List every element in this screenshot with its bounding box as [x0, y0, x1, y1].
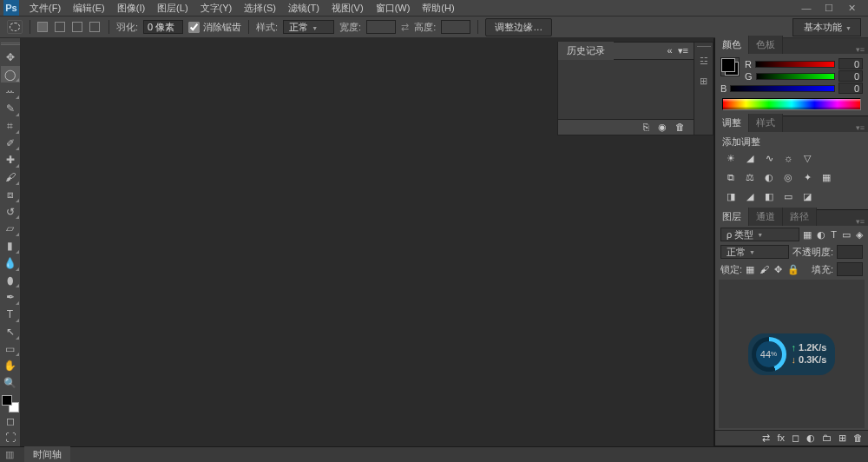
g-slider[interactable]: [756, 73, 835, 80]
minimize-button[interactable]: —: [800, 3, 812, 14]
menu-type[interactable]: 文字(Y): [195, 0, 238, 16]
history-list[interactable]: [558, 60, 694, 119]
menu-edit[interactable]: 编辑(E): [68, 0, 110, 16]
blur-tool[interactable]: 💧: [1, 254, 20, 272]
canvas-area[interactable]: 历史记录 « ▾≡ ⎘ ◉ 🗑 ☳ ⊞: [21, 38, 714, 446]
posterize-icon[interactable]: ◢: [743, 190, 757, 202]
move-tool[interactable]: ✥: [1, 49, 20, 66]
menu-filter[interactable]: 滤镜(T): [283, 0, 325, 16]
brightness-icon[interactable]: ☀: [724, 152, 738, 164]
r-slider[interactable]: [755, 61, 835, 68]
refine-edge-button[interactable]: 调整边缘…: [485, 18, 552, 36]
blend-mode-select[interactable]: 正常: [720, 245, 789, 259]
panel-menu-icon[interactable]: ▾≡: [678, 45, 688, 56]
adjustment-layer-icon[interactable]: ◐: [806, 432, 815, 444]
invert-icon[interactable]: ◨: [724, 190, 738, 202]
panel-grip[interactable]: [1, 42, 20, 47]
paths-tab[interactable]: 路径: [783, 208, 817, 226]
close-button[interactable]: ✕: [845, 3, 858, 14]
new-layer-icon[interactable]: ⊞: [838, 432, 846, 444]
channels-tab[interactable]: 通道: [749, 208, 783, 226]
filter-adjust-icon[interactable]: ◐: [817, 229, 825, 241]
mini-bridge-icon[interactable]: ▥: [5, 449, 19, 460]
hand-tool[interactable]: ✋: [1, 357, 20, 374]
filter-pixel-icon[interactable]: ▦: [803, 229, 812, 241]
photo-filter-icon[interactable]: ◎: [781, 171, 795, 183]
menu-layer[interactable]: 图层(L): [152, 0, 193, 16]
b-slider[interactable]: [730, 85, 835, 92]
lock-position-icon[interactable]: ✥: [774, 264, 782, 275]
crop-tool[interactable]: ⌗: [1, 117, 20, 135]
filter-shape-icon[interactable]: ▭: [842, 229, 851, 241]
type-tool[interactable]: T: [1, 306, 20, 323]
layers-tab[interactable]: 图层: [715, 208, 749, 226]
exposure-icon[interactable]: ☼: [781, 152, 795, 164]
color-tab[interactable]: 颜色: [715, 36, 749, 54]
fill-input[interactable]: [837, 262, 863, 276]
pen-tool[interactable]: ✒: [1, 288, 20, 306]
color-swatches[interactable]: [2, 395, 19, 412]
opacity-input[interactable]: [837, 245, 863, 259]
shape-tool[interactable]: ▭: [1, 340, 20, 358]
history-brush-tool[interactable]: ↺: [1, 203, 20, 221]
marquee-tool[interactable]: ◯: [1, 66, 20, 83]
selective-color-icon[interactable]: ◪: [800, 190, 814, 202]
b-value[interactable]: 0: [838, 82, 863, 94]
selection-new-icon[interactable]: [37, 22, 48, 32]
dock-icon-1[interactable]: ☳: [700, 56, 708, 67]
timeline-tab[interactable]: 时间轴: [24, 446, 70, 462]
panel-menu-icon[interactable]: ▾≡: [852, 123, 868, 132]
layer-fx-icon[interactable]: fx: [777, 432, 785, 444]
history-snapshot-icon[interactable]: ◉: [658, 122, 667, 133]
link-layers-icon[interactable]: ⇄: [762, 432, 770, 444]
group-icon[interactable]: 🗀: [822, 432, 832, 444]
lock-pixels-icon[interactable]: 🖌: [760, 264, 769, 275]
panel-menu-icon[interactable]: ▾≡: [852, 217, 868, 226]
gradient-tool[interactable]: ▮: [1, 237, 20, 254]
lock-all-icon[interactable]: 🔒: [787, 264, 799, 275]
quick-select-tool[interactable]: ✎: [1, 100, 20, 117]
swatches-tab[interactable]: 色板: [749, 36, 783, 54]
healing-tool[interactable]: ✚: [1, 151, 20, 168]
g-value[interactable]: 0: [838, 70, 863, 82]
quickmask-toggle[interactable]: ◻: [1, 412, 20, 430]
stamp-tool[interactable]: ⧈: [1, 186, 20, 203]
threshold-icon[interactable]: ◧: [762, 190, 776, 202]
adjust-tab[interactable]: 调整: [715, 114, 749, 132]
selection-add-icon[interactable]: [55, 22, 65, 32]
zoom-tool[interactable]: 🔍: [1, 374, 20, 392]
workspace-switcher[interactable]: 基本功能: [792, 18, 861, 36]
lut-icon[interactable]: ▦: [819, 171, 833, 183]
vibrance-icon[interactable]: ▽: [800, 152, 814, 164]
net-speed-widget[interactable]: 44% ↑ 1.2K/s ↓ 0.3K/s: [748, 333, 836, 375]
gradient-map-icon[interactable]: ▭: [781, 190, 795, 202]
menu-image[interactable]: 图像(I): [112, 0, 150, 16]
menu-window[interactable]: 窗口(W): [371, 0, 416, 16]
layers-list[interactable]: 44% ↑ 1.2K/s ↓ 0.3K/s: [719, 280, 865, 428]
lock-transparent-icon[interactable]: ▦: [746, 264, 754, 275]
filter-smart-icon[interactable]: ◈: [856, 229, 863, 241]
hue-icon[interactable]: ⧉: [724, 171, 738, 183]
levels-icon[interactable]: ◢: [743, 152, 757, 164]
filter-type-icon[interactable]: T: [831, 229, 837, 241]
layer-kind-select[interactable]: ρ 类型: [720, 228, 799, 241]
bw-icon[interactable]: ◐: [762, 171, 776, 183]
eraser-tool[interactable]: ▱: [1, 220, 20, 237]
antialias-checkbox[interactable]: 消除锯齿: [188, 21, 241, 34]
swap-icon[interactable]: ⇄: [401, 22, 409, 33]
spectrum-ramp[interactable]: [722, 98, 861, 110]
history-delete-icon[interactable]: 🗑: [675, 122, 685, 133]
curves-icon[interactable]: ∿: [762, 152, 776, 164]
panel-menu-icon[interactable]: ▾≡: [852, 45, 868, 54]
panel-collapse-icon[interactable]: «: [667, 45, 672, 56]
styles-tab[interactable]: 样式: [749, 114, 783, 132]
screenmode-toggle[interactable]: ⛶: [1, 429, 20, 446]
maximize-button[interactable]: ☐: [823, 3, 835, 14]
menu-file[interactable]: 文件(F): [24, 0, 66, 16]
history-tab[interactable]: 历史记录: [558, 42, 614, 60]
path-select-tool[interactable]: ↖: [1, 323, 20, 340]
feather-input[interactable]: [143, 20, 183, 34]
selection-intersect-icon[interactable]: [89, 22, 100, 32]
color-mini-swatch[interactable]: [720, 57, 740, 76]
eyedropper-tool[interactable]: ✐: [1, 135, 20, 152]
